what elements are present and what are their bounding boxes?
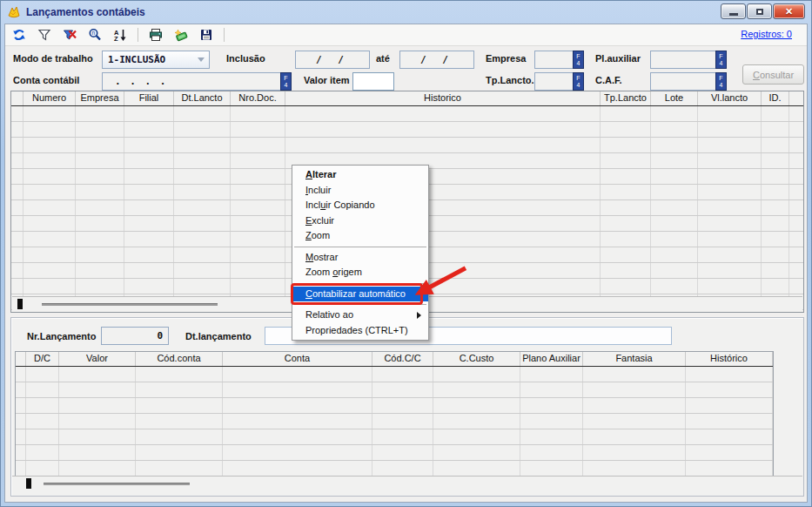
modo-trabalho-label: Modo de trabalho [13, 53, 93, 64]
menu-item-relativo-ao[interactable]: Relativo ao [292, 308, 428, 323]
col-header-nro-doc[interactable]: Nro.Doc. [231, 91, 285, 105]
table-cell [762, 263, 789, 278]
menu-item-zoom-origem[interactable]: Zoom origem [292, 265, 428, 281]
row-selector-header[interactable] [11, 91, 23, 105]
registros-link[interactable]: Registros: 0 [741, 29, 792, 39]
tp-lancto-f4-button[interactable]: F4 [573, 72, 584, 91]
nr-lancamento-field[interactable]: 0 [101, 327, 169, 345]
scrollbar-thumb[interactable] [42, 303, 218, 306]
table-cell [762, 200, 789, 215]
money-icon[interactable] [173, 27, 189, 43]
menu-item-incluir-copiando[interactable]: Incluir Copiando [292, 198, 428, 213]
pl-auxiliar-field[interactable] [650, 51, 716, 69]
col-header-c-custo[interactable]: C.Custo [433, 352, 520, 366]
table-row[interactable] [16, 382, 773, 398]
table-cell [520, 429, 583, 444]
col-header-id[interactable]: ID. [762, 91, 789, 105]
modo-trabalho-dropdown[interactable]: 1-INCLUSÃO [102, 51, 210, 69]
table-cell [651, 279, 698, 294]
col-header-numero[interactable]: Numero [23, 91, 76, 105]
table-cell [231, 122, 285, 137]
menu-item-propriedades-ctrl-t[interactable]: Propriedades (CTRL+T) [292, 323, 428, 339]
conta-contabil-field[interactable]: . . . . [102, 72, 281, 91]
col-header-d-c[interactable]: D/C [26, 352, 59, 366]
table-row[interactable] [16, 398, 773, 414]
table-cell [26, 429, 59, 444]
scrollbar-thumb[interactable] [44, 483, 190, 485]
maximize-button[interactable] [747, 3, 772, 19]
refresh-icon[interactable] [11, 27, 27, 43]
table-cell [520, 398, 583, 413]
table-row[interactable] [16, 445, 773, 461]
table-cell [601, 122, 651, 137]
table-cell [231, 153, 285, 168]
row-selector-header[interactable] [16, 352, 26, 366]
table-cell [174, 232, 231, 247]
print-icon[interactable] [148, 27, 164, 43]
col-header-c-d-c-c[interactable]: Cód.C/C [372, 352, 433, 366]
table-row[interactable] [11, 122, 803, 138]
table-row[interactable] [11, 138, 803, 153]
menu-separator [294, 283, 426, 284]
lower-hscrollbar[interactable] [12, 476, 802, 490]
close-button[interactable]: ✕ [773, 3, 805, 19]
valor-item-input[interactable] [352, 72, 394, 91]
col-header-tp-lancto[interactable]: Tp.Lancto [601, 91, 651, 105]
col-header-vl-lancto[interactable]: Vl.lancto [698, 91, 762, 105]
table-cell [23, 169, 76, 184]
col-header-filial[interactable]: Filial [124, 91, 174, 105]
table-row[interactable] [16, 367, 773, 382]
col-header-historico[interactable]: Historico [285, 91, 601, 105]
consultar-button[interactable]: Consultar [742, 64, 804, 84]
empresa-field[interactable] [534, 51, 574, 69]
col-header-plano-auxiliar[interactable]: Plano Auxiliar [520, 352, 583, 366]
table-cell [231, 200, 285, 215]
menu-item-contabilizar-autom-tico[interactable]: Contabilizar automático [292, 287, 428, 302]
tp-lancto-field[interactable] [534, 72, 574, 91]
clear-filter-icon[interactable] [62, 27, 77, 43]
col-header-empresa[interactable]: Empresa [76, 91, 124, 105]
filter-icon[interactable] [37, 27, 52, 43]
caf-f4-button[interactable]: F4 [715, 72, 727, 91]
table-cell [651, 263, 698, 278]
col-header-dt-lancto[interactable]: Dt.Lancto [174, 91, 231, 105]
table-cell [23, 279, 76, 294]
nr-lancamento-label: Nr.Lançamento [27, 331, 96, 341]
menu-item-alterar[interactable]: Alterar [292, 167, 428, 183]
menu-item-mostrar[interactable]: Mostrar [292, 250, 428, 266]
table-row[interactable] [16, 414, 773, 429]
pl-auxiliar-f4-button[interactable]: F4 [715, 51, 727, 69]
save-icon[interactable] [198, 27, 214, 43]
caf-field[interactable] [650, 72, 716, 91]
table-cell [762, 169, 789, 184]
table-row[interactable] [11, 106, 803, 122]
menu-item-incluir[interactable]: Incluir [292, 183, 428, 199]
search-icon[interactable]: n [87, 27, 103, 43]
table-cell [16, 414, 26, 429]
col-header-fantasia[interactable]: Fantasia [583, 352, 686, 366]
table-cell [26, 382, 59, 397]
table-cell [583, 398, 686, 413]
table-cell [762, 138, 789, 152]
menu-item-zoom[interactable]: Zoom [292, 228, 428, 244]
col-header-valor[interactable]: Valor [59, 352, 136, 366]
menu-item-excluir[interactable]: Excluir [292, 213, 428, 229]
table-row[interactable] [16, 461, 773, 477]
table-cell [601, 138, 651, 152]
conta-contabil-f4-button[interactable]: F4 [280, 72, 292, 91]
sort-az-icon[interactable]: AZ [112, 27, 128, 43]
table-cell [433, 429, 520, 444]
col-header-conta[interactable]: Conta [223, 352, 372, 366]
empresa-f4-button[interactable]: F4 [573, 51, 584, 69]
inclusao-date-field[interactable]: / / [295, 51, 370, 69]
col-header-lote[interactable]: Lote [651, 91, 698, 105]
titlebar[interactable]: Lançamentos contábeis ✕ [1, 1, 811, 24]
ate-date-field[interactable]: / / [399, 51, 474, 69]
col-header-hist-rico[interactable]: Histórico [686, 352, 773, 366]
col-header-c-d-conta[interactable]: Cód.conta [136, 352, 223, 366]
table-row[interactable] [16, 429, 773, 445]
minimize-button[interactable] [721, 3, 746, 19]
toolbar-separator [138, 28, 138, 42]
table-cell [223, 367, 372, 382]
table-cell [26, 445, 59, 460]
